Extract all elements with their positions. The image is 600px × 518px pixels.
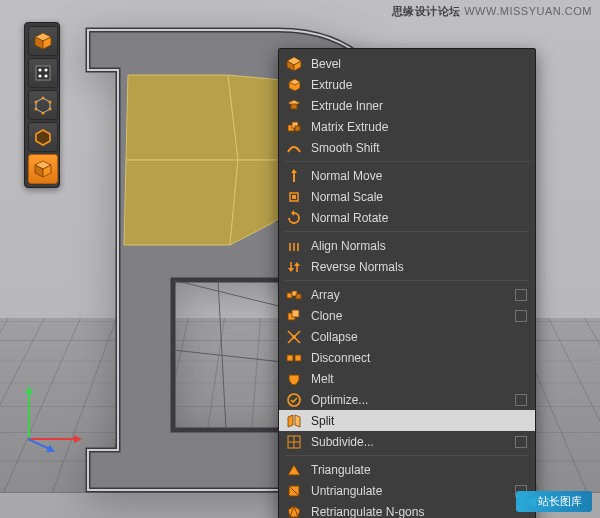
svg-rect-60 — [295, 355, 301, 361]
menu-label: Array — [311, 288, 507, 302]
menu-bevel[interactable]: Bevel — [279, 53, 535, 74]
point-mode-button[interactable] — [28, 90, 58, 120]
svg-marker-62 — [295, 415, 300, 427]
watermark-url: WWW.MISSYUAN.COM — [464, 5, 592, 17]
menu-reverse-normals[interactable]: Reverse Normals — [279, 256, 535, 277]
submenu-indicator-icon — [515, 289, 527, 301]
clone-icon — [285, 307, 303, 325]
smooth-shift-icon — [285, 139, 303, 157]
menu-normal-scale[interactable]: Normal Scale — [279, 186, 535, 207]
menu-label: Reverse Normals — [311, 260, 527, 274]
menu-retriangulate-ngons[interactable]: Retriangulate N-gons — [279, 501, 535, 518]
svg-point-13 — [44, 68, 47, 71]
menu-disconnect[interactable]: Disconnect — [279, 347, 535, 368]
menu-array[interactable]: Array — [279, 284, 535, 305]
svg-rect-59 — [287, 355, 293, 361]
split-icon — [285, 412, 303, 430]
submenu-indicator-icon — [515, 310, 527, 322]
retriangulate-ngons-icon — [285, 503, 303, 519]
menu-clone[interactable]: Clone — [279, 305, 535, 326]
menu-label: Subdivide... — [311, 435, 507, 449]
svg-marker-48 — [294, 262, 300, 266]
menu-untriangulate[interactable]: Untriangulate — [279, 480, 535, 501]
menu-triangulate[interactable]: Triangulate — [279, 459, 535, 480]
svg-point-14 — [38, 74, 41, 77]
disconnect-icon — [285, 349, 303, 367]
svg-marker-66 — [288, 465, 300, 475]
svg-marker-69 — [288, 506, 300, 517]
axis-gizmo — [18, 380, 78, 440]
normal-scale-icon — [285, 188, 303, 206]
menu-label: Matrix Extrude — [311, 120, 527, 134]
extrude-inner-icon — [285, 97, 303, 115]
menu-optimize[interactable]: Optimize... — [279, 389, 535, 410]
matrix-extrude-icon — [285, 118, 303, 136]
menu-label: Normal Scale — [311, 190, 527, 204]
svg-rect-11 — [36, 66, 50, 80]
menu-label: Triangulate — [311, 463, 527, 477]
menu-normal-rotate[interactable]: Normal Rotate — [279, 207, 535, 228]
svg-point-20 — [42, 112, 45, 115]
svg-rect-49 — [287, 293, 292, 298]
normal-move-icon — [285, 167, 303, 185]
edge-mode-button[interactable] — [28, 122, 58, 152]
menu-label: Normal Rotate — [311, 211, 527, 225]
menu-separator — [285, 231, 529, 232]
menu-normal-move[interactable]: Normal Move — [279, 165, 535, 186]
menu-split[interactable]: Split — [279, 410, 535, 431]
menu-label: Disconnect — [311, 351, 527, 365]
watermark-top: 思缘设计论坛 WWW.MISSYUAN.COM — [392, 4, 592, 19]
normal-rotate-icon — [285, 209, 303, 227]
svg-point-22 — [35, 101, 38, 104]
subdivide-icon — [285, 433, 303, 451]
svg-rect-36 — [295, 126, 300, 131]
svg-point-15 — [44, 74, 47, 77]
submenu-indicator-icon — [515, 394, 527, 406]
menu-label: Split — [311, 414, 527, 428]
menu-smooth-shift[interactable]: Smooth Shift — [279, 137, 535, 158]
menu-collapse[interactable]: Collapse — [279, 326, 535, 347]
svg-marker-33 — [291, 104, 297, 109]
menu-extrude-inner[interactable]: Extrude Inner — [279, 95, 535, 116]
untriangulate-icon — [285, 482, 303, 500]
reverse-normals-icon — [285, 258, 303, 276]
menu-subdivide[interactable]: Subdivide... — [279, 431, 535, 452]
menu-melt[interactable]: Melt — [279, 368, 535, 389]
mesh-context-menu: Bevel Extrude Extrude Inner Matrix Extru… — [278, 48, 536, 518]
menu-label: Bevel — [311, 57, 527, 71]
svg-rect-40 — [292, 195, 296, 199]
align-normals-icon — [285, 237, 303, 255]
menu-align-normals[interactable]: Align Normals — [279, 235, 535, 256]
svg-marker-2 — [124, 160, 238, 245]
svg-marker-41 — [291, 210, 294, 216]
menu-separator — [285, 161, 529, 162]
svg-point-21 — [35, 108, 38, 111]
triangulate-icon — [285, 461, 303, 479]
optimize-icon — [285, 391, 303, 409]
texture-mode-button[interactable] — [28, 58, 58, 88]
watermark-bottom-label: 站长图库 — [538, 494, 582, 509]
menu-label: Untriangulate — [311, 484, 507, 498]
menu-separator — [285, 455, 529, 456]
svg-marker-23 — [36, 130, 50, 145]
svg-marker-38 — [291, 169, 297, 173]
menu-label: Retriangulate N-gons — [311, 505, 527, 519]
collapse-icon — [285, 328, 303, 346]
mode-toolbar — [24, 22, 60, 188]
svg-point-17 — [42, 97, 45, 100]
polygon-mode-button[interactable] — [28, 154, 58, 184]
svg-marker-47 — [288, 268, 294, 272]
menu-label: Collapse — [311, 330, 527, 344]
menu-label: Melt — [311, 372, 527, 386]
menu-label: Smooth Shift — [311, 141, 527, 155]
svg-rect-51 — [296, 294, 301, 299]
menu-label: Align Normals — [311, 239, 527, 253]
menu-label: Normal Move — [311, 169, 527, 183]
menu-extrude[interactable]: Extrude — [279, 74, 535, 95]
svg-marker-0 — [126, 75, 238, 160]
menu-label: Extrude Inner — [311, 99, 527, 113]
menu-matrix-extrude[interactable]: Matrix Extrude — [279, 116, 535, 137]
svg-marker-16 — [36, 98, 50, 113]
svg-rect-53 — [292, 310, 299, 317]
model-mode-button[interactable] — [28, 26, 58, 56]
